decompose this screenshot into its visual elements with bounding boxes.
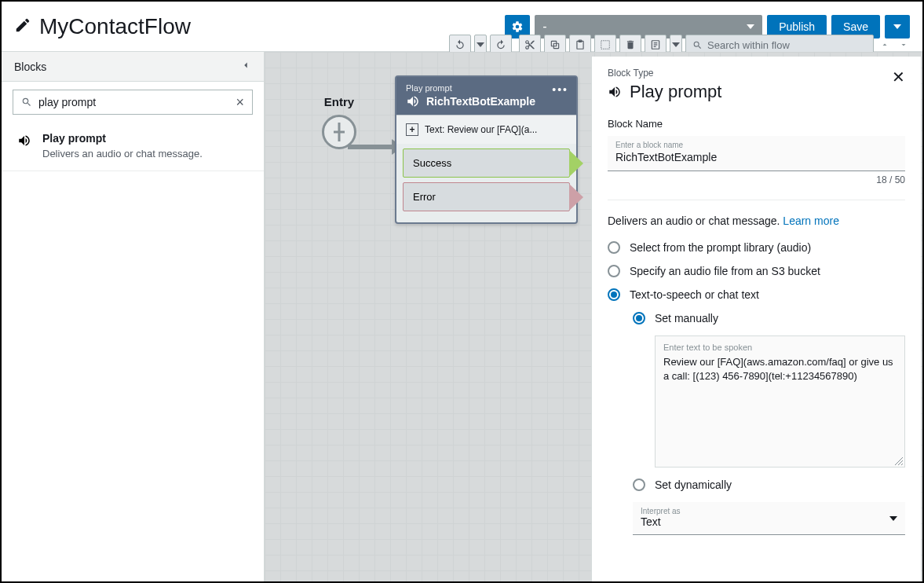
- interpret-label: Interpret as: [641, 507, 897, 515]
- flow-block-text: Text: Review our [FAQ](a...: [425, 124, 537, 135]
- version-value: -: [542, 20, 546, 34]
- block-item-title: Play prompt: [42, 132, 251, 145]
- radio-icon: [608, 288, 620, 301]
- radio-set-dynamically[interactable]: Set dynamically: [633, 478, 905, 491]
- prompt-source-radio-group: Select from the prompt library (audio) S…: [608, 241, 905, 535]
- outcome-error[interactable]: Error: [403, 182, 570, 211]
- search-icon: [21, 97, 32, 108]
- flow-block-name: RichTextBotExample: [426, 95, 535, 108]
- clear-search-button[interactable]: ×: [236, 94, 244, 111]
- blocks-search-box[interactable]: ×: [13, 90, 253, 115]
- flow-block-text-row[interactable]: + Text: Review our [FAQ](a...: [396, 115, 576, 144]
- svg-rect-4: [601, 41, 610, 50]
- radio-icon: [608, 265, 620, 277]
- blocks-sidebar: Blocks × Play prompt Delivers an audio o…: [2, 52, 265, 583]
- connector-arrow: [348, 145, 395, 149]
- panel-description: Delivers an audio or chat message. Learn…: [608, 200, 905, 227]
- flow-block-play-prompt[interactable]: Play prompt RichTextBotExample ••• + Tex…: [395, 75, 578, 224]
- radio-tts[interactable]: Text-to-speech or chat text: [608, 288, 905, 301]
- char-count: 18 / 50: [608, 174, 905, 185]
- radio-icon: [633, 478, 645, 491]
- chevron-down-icon: [889, 516, 897, 521]
- radio-s3-audio[interactable]: Specify an audio file from an S3 bucket: [608, 265, 905, 277]
- plus-icon: +: [406, 123, 418, 136]
- block-name-placeholder: Enter a block name: [615, 141, 897, 149]
- close-panel-button[interactable]: ✕: [892, 68, 905, 86]
- flow-title: MyContactFlow: [39, 14, 191, 39]
- block-item-play-prompt[interactable]: Play prompt Delivers an audio or chat me…: [2, 123, 264, 171]
- block-more-button[interactable]: •••: [552, 83, 568, 96]
- radio-icon: [608, 241, 620, 254]
- speaker-icon: [17, 134, 31, 148]
- block-name-input[interactable]: [615, 149, 897, 163]
- speaker-icon: [608, 85, 622, 99]
- radio-icon: [633, 312, 645, 324]
- block-name-input-wrap[interactable]: Enter a block name: [608, 136, 905, 171]
- chevron-down-icon: [747, 24, 754, 29]
- interpret-as-dropdown[interactable]: Interpret as Text: [633, 502, 905, 535]
- interpret-value: Text: [641, 515, 897, 528]
- sidebar-header: Blocks: [2, 52, 264, 82]
- flow-block-name-row: RichTextBotExample: [406, 94, 567, 108]
- tts-textarea-placeholder: Enter text to be spoken: [663, 343, 897, 352]
- edit-icon[interactable]: [14, 16, 31, 37]
- tts-textarea-wrap[interactable]: Enter text to be spoken: [655, 336, 905, 468]
- speaker-icon: [406, 94, 420, 108]
- properties-panel: Block Type Play prompt ✕ Block Name Ente…: [591, 57, 921, 581]
- search-flow-placeholder: Search within flow: [707, 39, 790, 51]
- radio-prompt-library[interactable]: Select from the prompt library (audio): [608, 241, 905, 254]
- chevron-down-icon: [893, 24, 901, 29]
- flow-block-type: Play prompt: [406, 83, 567, 93]
- panel-block-type-label: Block Type: [608, 68, 721, 79]
- radio-set-manually[interactable]: Set manually: [633, 312, 905, 324]
- collapse-sidebar-button[interactable]: [240, 60, 251, 73]
- entry-node[interactable]: Entry: [296, 95, 382, 149]
- outcome-success[interactable]: Success: [403, 148, 570, 178]
- flow-block-header: Play prompt RichTextBotExample •••: [396, 77, 576, 115]
- resize-handle-icon[interactable]: [895, 457, 903, 465]
- block-name-label: Block Name: [608, 118, 905, 130]
- panel-title: Play prompt: [608, 82, 721, 102]
- entry-label: Entry: [296, 95, 382, 108]
- learn-more-link[interactable]: Learn more: [783, 214, 839, 227]
- title-wrap: MyContactFlow: [14, 14, 505, 39]
- tts-textarea[interactable]: [663, 355, 897, 457]
- sidebar-title: Blocks: [14, 60, 46, 73]
- blocks-search-input[interactable]: [38, 96, 229, 108]
- block-item-desc: Delivers an audio or chat message.: [42, 148, 251, 160]
